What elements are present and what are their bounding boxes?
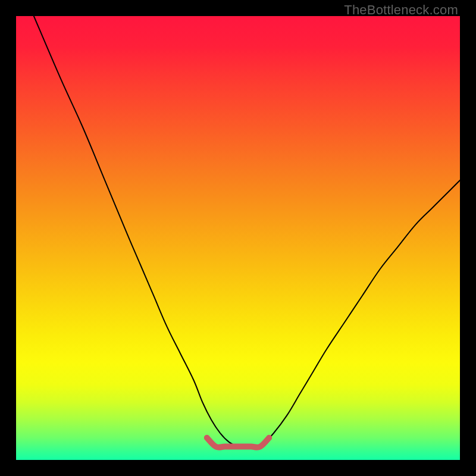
bottleneck-curve-path xyxy=(34,16,460,447)
chart-plot-area xyxy=(16,16,460,460)
valley-marker-path xyxy=(207,438,269,447)
chart-svg xyxy=(16,16,460,460)
